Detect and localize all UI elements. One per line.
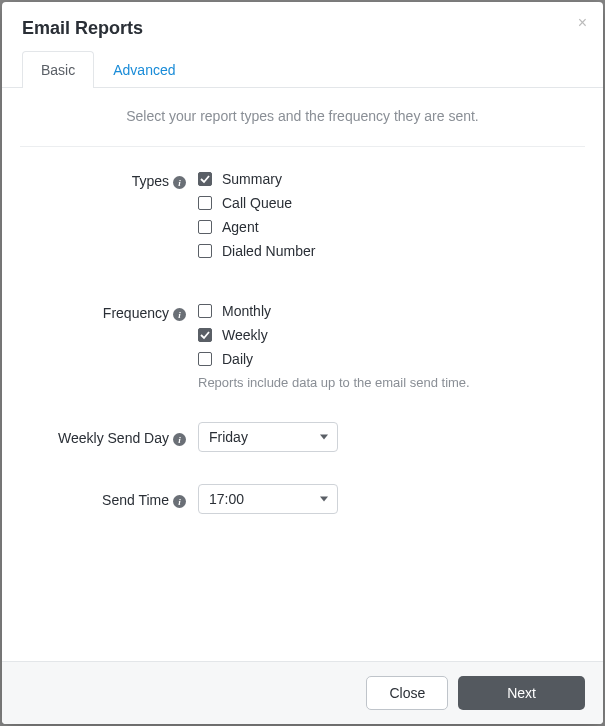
checkbox-dialed-number-row[interactable]: Dialed Number: [198, 243, 585, 259]
checkbox-call-queue[interactable]: [198, 196, 212, 210]
tab-basic[interactable]: Basic: [22, 51, 94, 88]
tab-advanced[interactable]: Advanced: [94, 51, 194, 88]
tabs: Basic Advanced: [2, 51, 603, 88]
checkbox-weekly-row[interactable]: Weekly: [198, 327, 585, 343]
checkbox-dialed-number-label: Dialed Number: [222, 243, 315, 259]
checkbox-monthly-row[interactable]: Monthly: [198, 303, 585, 319]
row-send-time: Send Time i 17:00: [20, 484, 585, 514]
weekly-send-day-select-wrap: Friday: [198, 422, 338, 452]
row-frequency: Frequency i Monthly Weekly Daily Reports…: [20, 303, 585, 390]
send-time-select[interactable]: 17:00: [198, 484, 338, 514]
checkbox-weekly-label: Weekly: [222, 327, 268, 343]
label-send-time: Send Time i: [20, 490, 198, 508]
close-icon[interactable]: ×: [578, 14, 587, 32]
info-icon[interactable]: i: [173, 433, 186, 446]
checkbox-summary-row[interactable]: Summary: [198, 171, 585, 187]
checkbox-daily-label: Daily: [222, 351, 253, 367]
label-send-time-text: Send Time: [102, 492, 169, 508]
modal-header: Email Reports: [2, 2, 603, 51]
send-time-control: 17:00: [198, 484, 585, 514]
label-frequency-text: Frequency: [103, 305, 169, 321]
modal-title: Email Reports: [22, 18, 583, 39]
label-weekly-send-day-text: Weekly Send Day: [58, 430, 169, 446]
close-button[interactable]: Close: [366, 676, 448, 710]
checkbox-summary[interactable]: [198, 172, 212, 186]
checkbox-agent-row[interactable]: Agent: [198, 219, 585, 235]
intro-text: Select your report types and the frequen…: [20, 108, 585, 147]
modal-body: Select your report types and the frequen…: [2, 88, 603, 661]
info-icon[interactable]: i: [173, 308, 186, 321]
weekly-send-day-control: Friday: [198, 422, 585, 452]
checkbox-dialed-number[interactable]: [198, 244, 212, 258]
modal-footer: Close Next: [2, 661, 603, 724]
frequency-help-text: Reports include data up to the email sen…: [198, 375, 585, 390]
label-types: Types i: [20, 171, 198, 267]
row-weekly-send-day: Weekly Send Day i Friday: [20, 422, 585, 452]
checkbox-daily[interactable]: [198, 352, 212, 366]
types-group: Summary Call Queue Agent Dialed Number: [198, 171, 585, 267]
email-reports-modal: × Email Reports Basic Advanced Select yo…: [2, 2, 603, 724]
checkbox-call-queue-label: Call Queue: [222, 195, 292, 211]
checkbox-summary-label: Summary: [222, 171, 282, 187]
info-icon[interactable]: i: [173, 176, 186, 189]
label-weekly-send-day: Weekly Send Day i: [20, 428, 198, 446]
send-time-select-wrap: 17:00: [198, 484, 338, 514]
checkbox-monthly-label: Monthly: [222, 303, 271, 319]
checkbox-weekly[interactable]: [198, 328, 212, 342]
checkbox-agent-label: Agent: [222, 219, 259, 235]
next-button[interactable]: Next: [458, 676, 585, 710]
weekly-send-day-select[interactable]: Friday: [198, 422, 338, 452]
label-types-text: Types: [132, 173, 169, 189]
row-types: Types i Summary Call Queue Agent: [20, 171, 585, 267]
checkbox-daily-row[interactable]: Daily: [198, 351, 585, 367]
checkbox-agent[interactable]: [198, 220, 212, 234]
label-frequency: Frequency i: [20, 303, 198, 390]
frequency-group: Monthly Weekly Daily Reports include dat…: [198, 303, 585, 390]
info-icon[interactable]: i: [173, 495, 186, 508]
checkbox-call-queue-row[interactable]: Call Queue: [198, 195, 585, 211]
checkbox-monthly[interactable]: [198, 304, 212, 318]
